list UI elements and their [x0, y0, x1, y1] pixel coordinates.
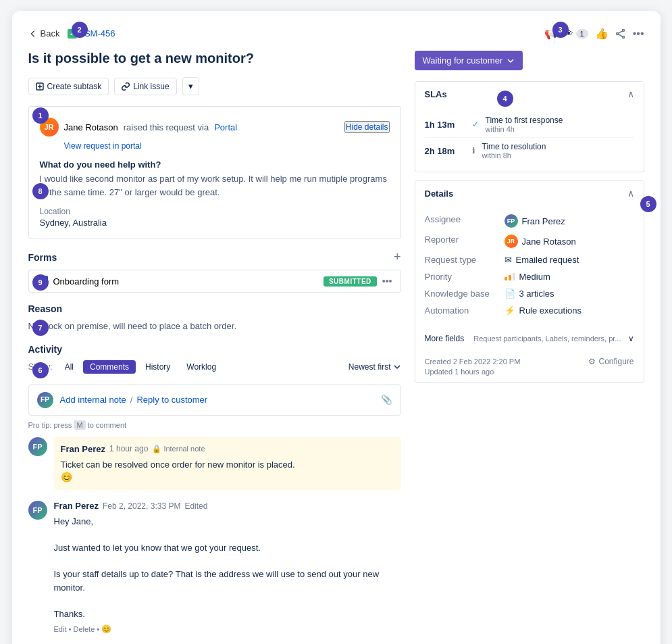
current-user-avatar: FP — [37, 392, 53, 408]
share-button[interactable] — [615, 28, 626, 39]
automation-label: Automation — [425, 305, 499, 316]
kb-label: Knowledge base — [425, 289, 499, 299]
edit-comment-link[interactable]: Edit — [54, 625, 67, 633]
filter-worklog[interactable]: Worklog — [180, 360, 223, 374]
actions-dropdown-button[interactable]: ▾ — [182, 77, 199, 95]
assignee-row: Assignee FP Fran Perez — [425, 211, 634, 231]
comment-1-time: 1 hour ago — [109, 444, 148, 453]
details-collapse-button[interactable]: ∧ — [627, 188, 634, 199]
annotation-7: 7 — [32, 320, 49, 336]
main-layout: Is it possible to get a new monitor? Cre… — [28, 51, 644, 644]
svg-point-1 — [616, 32, 618, 34]
thumbs-up-button[interactable]: 👍 — [595, 27, 609, 40]
delete-comment-link[interactable]: Delete — [73, 625, 95, 633]
emoji-react-button-1[interactable]: 😊 — [61, 472, 72, 482]
sla-1-labels: Time to first response within 4h — [486, 116, 563, 133]
sla-2-labels: Time to resolution within 8h — [482, 142, 546, 159]
internal-label: Internal note — [163, 445, 205, 453]
more-fields-chevron-icon: ∨ — [628, 334, 634, 343]
comment-1-body: Fran Perez 1 hour ago 🔒 Internal note Ti… — [54, 437, 401, 491]
view-portal-anchor[interactable]: View request in portal — [64, 141, 142, 151]
form-name: Onboarding form — [53, 276, 120, 287]
request-question-label: What do you need help with? — [40, 159, 390, 170]
portal-link[interactable]: Portal — [214, 122, 237, 132]
watch-count: 1 — [576, 29, 588, 39]
request-text: I would like second monitor as part of m… — [40, 172, 390, 199]
sla-collapse-button[interactable]: ∧ — [627, 89, 634, 99]
comment-1-header: Fran Perez 1 hour ago 🔒 Internal note — [61, 444, 394, 454]
activity-title: Activity — [28, 344, 63, 355]
back-button[interactable]: Back — [28, 28, 60, 39]
configure-button[interactable]: ⚙ Configure — [588, 357, 634, 366]
comment-1-author: Fran Perez — [61, 444, 105, 454]
pro-tip: Pro tip: press M to comment — [28, 421, 401, 429]
annotation-4: 4 — [497, 91, 513, 107]
form-more-button[interactable]: ••• — [382, 276, 392, 287]
view-portal-link: View request in portal — [64, 139, 390, 151]
details-section: Details ∧ Assignee FP Fran Perez Reporte… — [415, 180, 644, 383]
page-header: Back ✓ JSM-456 📢 👁 1 👍 ••• — [28, 27, 644, 40]
filter-comments[interactable]: Comments — [83, 360, 136, 374]
annotation-3: 3 — [552, 22, 569, 38]
location-value: Sydney, Australia — [40, 218, 390, 228]
more-options-button[interactable]: ••• — [633, 28, 644, 40]
priority-row: Priority Medium — [425, 268, 634, 285]
forms-header: Forms + — [28, 250, 401, 264]
right-panel: Waiting for customer SLAs ∧ 1h 13m ✓ Tim… — [415, 51, 644, 644]
comment-2-avatar: FP — [28, 501, 47, 520]
filter-all[interactable]: All — [58, 360, 80, 374]
request-type-row: Request type ✉ Emailed request — [425, 251, 634, 268]
issue-title: Is it possible to get a new monitor? — [28, 51, 401, 66]
assignee-label: Assignee — [425, 214, 499, 224]
reason-title: Reason — [28, 303, 63, 314]
requester-info: JR Jane Rotason raised this request via … — [40, 118, 238, 137]
status-bar: Waiting for customer — [415, 51, 644, 70]
annotation-2: 2 — [72, 22, 88, 38]
sla-header[interactable]: SLAs ∧ — [415, 82, 644, 106]
attach-button[interactable]: 📎 — [381, 395, 392, 405]
newest-label: Newest first — [348, 362, 391, 372]
request-body: What do you need help with? I would like… — [40, 159, 390, 228]
more-fields-label: More fields — [425, 334, 465, 343]
details-title: Details — [425, 189, 454, 199]
activity-header: Activity — [28, 344, 401, 355]
hide-details-button[interactable]: Hide details — [344, 121, 390, 133]
filter-history[interactable]: History — [138, 360, 177, 374]
forms-section: Forms + E Onboarding form SUBMITTED ••• — [28, 250, 401, 293]
comment-input-area[interactable]: FP Add internal note / Reply to customer… — [28, 385, 401, 416]
reporter-row: Reporter JR Jane Rotason — [425, 231, 634, 251]
form-item: E Onboarding form SUBMITTED ••• — [28, 270, 401, 293]
details-content: Assignee FP Fran Perez Reporter JR Jane … — [415, 205, 644, 327]
create-subtask-button[interactable]: Create subtask — [28, 78, 109, 95]
reply-to-customer-tab[interactable]: Reply to customer — [136, 395, 207, 405]
comment-1-text: Ticket can be resolved once order for ne… — [61, 458, 394, 472]
automation-value: ⚡ Rule executions — [505, 305, 582, 316]
reporter-avatar: JR — [505, 234, 518, 248]
submitted-badge: SUBMITTED — [324, 276, 377, 287]
link-issue-button[interactable]: Link issue — [114, 78, 176, 95]
internal-badge: 🔒 Internal note — [152, 445, 205, 453]
details-header[interactable]: Details ∧ — [415, 181, 644, 205]
status-dropdown-button[interactable]: Waiting for customer — [415, 51, 523, 70]
activity-section: Activity Show: All Comments History Work… — [28, 344, 401, 635]
created-date: Created 2 Feb 2022 2:20 PM — [425, 357, 521, 366]
priority-icon — [505, 273, 515, 280]
location-section: Location Sydney, Australia — [40, 207, 390, 228]
newest-first-button[interactable]: Newest first — [348, 362, 401, 372]
create-subtask-label: Create subtask — [47, 82, 102, 91]
sla-1-sublabel: within 4h — [486, 125, 563, 133]
sla-section: SLAs ∧ 1h 13m ✓ Time to first response w… — [415, 81, 644, 172]
form-item-right: SUBMITTED ••• — [324, 276, 392, 287]
request-type-value: ✉ Emailed request — [505, 255, 579, 265]
priority-label: Priority — [425, 272, 499, 282]
sla-1-time: 1h 13m — [425, 120, 465, 130]
panel-footer: Created 2 Feb 2022 2:20 PM ⚙ Configure U… — [415, 350, 644, 382]
sla-2-label: Time to resolution — [482, 142, 546, 151]
more-fields-row[interactable]: More fields Request participants, Labels… — [415, 327, 644, 350]
add-form-button[interactable]: + — [394, 250, 401, 264]
emoji-react-button-2[interactable]: 😊 — [101, 624, 111, 634]
comment-2-body: Fran Perez Feb 2, 2022, 3:33 PM Edited H… — [54, 501, 401, 634]
add-internal-note-tab[interactable]: Add internal note — [60, 395, 126, 405]
reason-header: Reason — [28, 303, 401, 314]
sla-2-sublabel: within 8h — [482, 151, 546, 159]
